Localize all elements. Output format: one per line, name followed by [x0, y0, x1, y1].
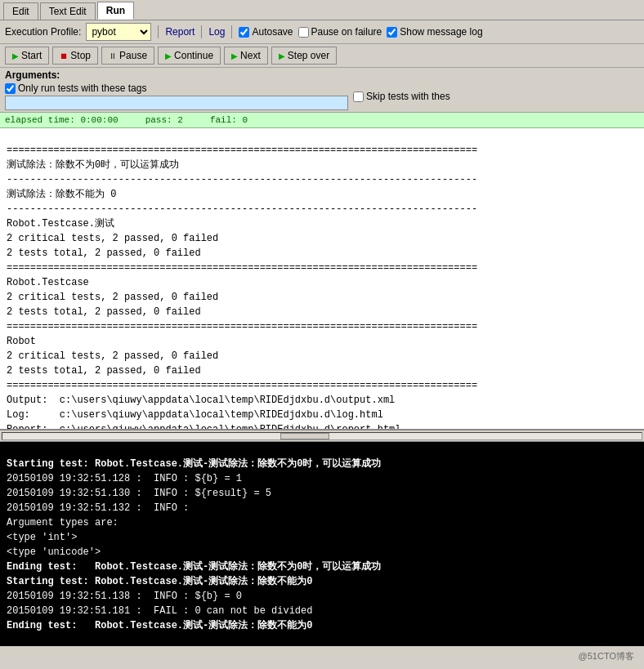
output-line: ========================================… — [7, 378, 637, 393]
stop-button[interactable]: ⏹ Stop — [52, 47, 98, 65]
output-line: ========================================… — [7, 261, 637, 275]
pause-on-failure-label[interactable]: Pause on failure — [298, 26, 382, 38]
log-line: 20150109 19:32:51.181 : FAIL : 0 can not… — [7, 604, 637, 618]
args-inputs-row: Only run tests with these tags Skip test… — [5, 83, 639, 110]
arguments-label: Arguments: — [5, 69, 60, 81]
args-input-box: Only run tests with these tags — [5, 83, 348, 110]
separator-3 — [231, 25, 232, 38]
next-icon: ▶ — [231, 51, 238, 60]
start-icon: ▶ — [12, 51, 19, 60]
status-bar: elapsed time: 0:00:00 pass: 2 fail: 0 — [0, 113, 644, 128]
scrollbar-thumb[interactable] — [280, 433, 329, 439]
tab-text-edit[interactable]: Text Edit — [40, 2, 96, 20]
args-skip-row: Skip tests with thes — [353, 91, 450, 102]
scrollbar-track[interactable] — [2, 432, 642, 440]
output-line: ========================================… — [7, 143, 637, 158]
log-line: Starting test: Robot.Testcase.测试-测试除法：除数… — [7, 574, 637, 589]
output-line: 2 tests total, 2 passed, 0 failed — [7, 363, 637, 378]
output-line: 2 critical tests, 2 passed, 0 failed — [7, 231, 637, 246]
arguments-row: Arguments: Only run tests with these tag… — [0, 68, 644, 113]
skip-tests-label: Skip tests with thes — [366, 91, 450, 102]
output-line: Robot.Testcase.测试 — [7, 216, 637, 231]
output-line: Report: c:\users\qiuwy\appdata\local\tem… — [7, 422, 637, 430]
only-run-label: Only run tests with these tags — [18, 83, 146, 94]
tab-bar: Edit Text Edit Run — [0, 0, 644, 20]
log-area[interactable]: Starting test: Robot.Testcase.测试-测试除法：除数… — [0, 442, 644, 646]
pause-icon: ⏸ — [109, 51, 117, 60]
autosave-label[interactable]: Autosave — [239, 26, 293, 38]
log-line: 20150109 19:32:51.130 : INFO : ${result}… — [7, 486, 637, 501]
tab-run[interactable]: Run — [97, 2, 134, 20]
tab-edit[interactable]: Edit — [3, 2, 38, 20]
output-line: ----------------------------------------… — [7, 172, 637, 187]
log-link[interactable]: Log — [208, 26, 225, 38]
output-line: ----------------------------------------… — [7, 202, 637, 216]
autosave-checkbox[interactable] — [239, 27, 249, 38]
toolbar-row: Execution Profile: pybot Report Log Auto… — [0, 20, 644, 44]
separator-2 — [201, 25, 202, 38]
output-line: Robot — [7, 334, 637, 349]
pause-on-failure-checkbox[interactable] — [298, 27, 309, 38]
log-line: Ending test: Robot.Testcase.测试-测试除法：除数不能… — [7, 618, 637, 633]
output-line: Robot.Testcase — [7, 275, 637, 290]
output-line: 2 critical tests, 2 passed, 0 failed — [7, 349, 637, 363]
stop-icon: ⏹ — [60, 51, 68, 60]
horizontal-scrollbar[interactable] — [0, 430, 644, 442]
only-run-checkbox[interactable] — [5, 83, 16, 94]
status-text: elapsed time: 0:00:00 pass: 2 fail: 0 — [5, 115, 248, 125]
output-line: Output: c:\users\qiuwy\appdata\local\tem… — [7, 393, 637, 408]
log-line: Ending test: Robot.Testcase.测试-测试除法：除数不为… — [7, 560, 637, 574]
args-only-run-row: Only run tests with these tags — [5, 83, 348, 94]
start-button[interactable]: ▶ Start — [5, 47, 49, 65]
log-line: 20150109 19:32:51.132 : INFO : — [7, 501, 637, 515]
tags-input[interactable] — [5, 96, 348, 110]
output-line: 测试除法：除数不为0时，可以运算成功 — [7, 158, 637, 172]
log-line: <type 'int'> — [7, 530, 637, 545]
output-line: Log: c:\users\qiuwy\appdata\local\temp\R… — [7, 408, 637, 422]
output-line: ========================================… — [7, 319, 637, 334]
output-line: 2 critical tests, 2 passed, 0 failed — [7, 290, 637, 305]
separator-1 — [158, 25, 159, 38]
continue-button[interactable]: ▶ Continue — [158, 47, 221, 65]
report-link[interactable]: Report — [165, 26, 195, 38]
step-over-button[interactable]: ▶ Step over — [271, 47, 337, 65]
show-message-log-label[interactable]: Show message log — [387, 26, 482, 38]
pause-button[interactable]: ⏸ Pause — [101, 47, 154, 65]
log-line: Starting test: Robot.Testcase.测试-测试除法：除数… — [7, 457, 637, 471]
continue-icon: ▶ — [165, 51, 172, 60]
log-line: 20150109 19:32:51.128 : INFO : ${b} = 1 — [7, 471, 637, 486]
output-line: 2 tests total, 2 passed, 0 failed — [7, 246, 637, 261]
button-row: ▶ Start ⏹ Stop ⏸ Pause ▶ Continue ▶ Next… — [0, 44, 644, 68]
main-output[interactable]: ========================================… — [0, 128, 644, 430]
next-button[interactable]: ▶ Next — [224, 47, 268, 65]
skip-tests-checkbox[interactable] — [353, 91, 364, 102]
log-line: 20150109 19:32:51.138 : INFO : ${b} = 0 — [7, 589, 637, 604]
show-message-log-checkbox[interactable] — [387, 27, 397, 38]
watermark: @51CTO博客 — [579, 650, 634, 662]
execution-profile-label: Execution Profile: — [5, 26, 81, 38]
output-line: 2 tests total, 2 passed, 0 failed — [7, 305, 637, 319]
step-over-icon: ▶ — [279, 51, 285, 60]
execution-profile-select[interactable]: pybot — [86, 23, 151, 41]
log-line: Argument types are: — [7, 515, 637, 530]
log-line: <type 'unicode'> — [7, 545, 637, 560]
output-line: 测试除法：除数不能为 0 — [7, 187, 637, 202]
